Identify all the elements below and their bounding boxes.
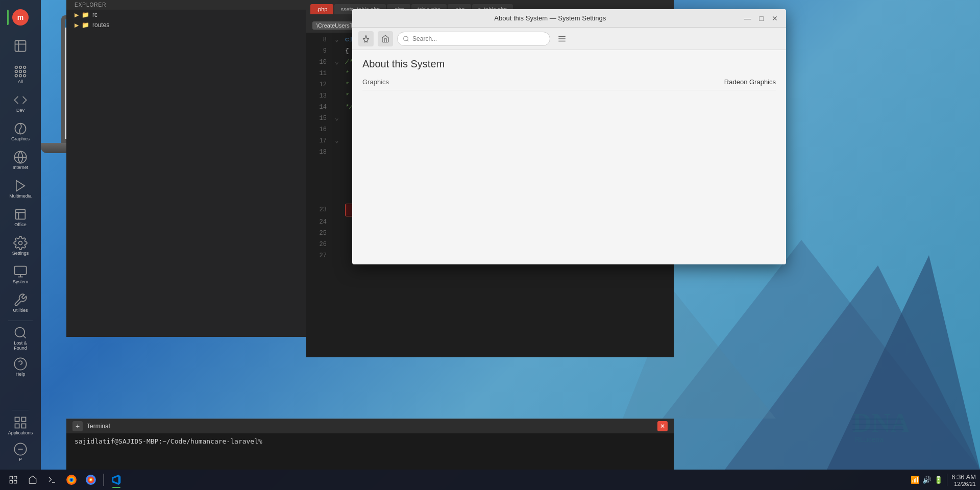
svg-rect-49: [10, 476, 12, 479]
gpu-value: Radeon Graphics: [724, 78, 776, 86]
taskbar-clock[interactable]: 6:36 AM 12/26/21: [951, 473, 976, 487]
svg-rect-52: [14, 481, 17, 483]
sidebar-item-utilities[interactable]: Utilities: [7, 290, 34, 316]
search-icon: [403, 35, 409, 42]
dna-logo: DNA RLucena: [847, 401, 909, 449]
svg-point-28: [14, 358, 26, 370]
battery-icon[interactable]: 🔋: [934, 476, 943, 484]
svg-rect-23: [14, 266, 26, 275]
svg-rect-19: [16, 210, 26, 219]
settings-heading: About this System: [352, 50, 786, 74]
taskbar-grid-button[interactable]: [4, 471, 22, 489]
file-item-routes2[interactable]: ▶ 📁 routes: [66, 20, 311, 30]
svg-point-22: [19, 241, 22, 245]
settings-hardware-section: Graphics Radeon Graphics: [362, 74, 776, 90]
network-icon[interactable]: 📶: [911, 476, 919, 484]
settings-window-title: About this System — System Settings: [358, 14, 742, 22]
sidebar-item-applications[interactable]: Applications: [7, 412, 34, 439]
dna-svg: DNA RLucena: [847, 401, 909, 447]
taskbar-divider: [103, 474, 104, 486]
taskbar-time-display: 6:36 AM: [951, 473, 976, 481]
sidebar-item-graphics[interactable]: Graphics: [7, 118, 34, 145]
sidebar: m All Dev Graphics Int: [0, 0, 41, 470]
svg-text:DNA: DNA: [852, 408, 909, 437]
taskbar-browser2-button[interactable]: [82, 471, 100, 489]
tray-divider: [947, 474, 947, 486]
settings-home-button[interactable]: [378, 31, 393, 46]
sidebar-settings-label: Settings: [12, 251, 29, 256]
sidebar-item-dev[interactable]: Dev: [7, 90, 34, 116]
taskbar-firefox-button[interactable]: [62, 471, 81, 489]
terminal-header: + Terminal ✕: [66, 419, 674, 433]
taskbar-files-button[interactable]: [23, 471, 42, 489]
file-explorer-title: Explorer: [66, 0, 311, 10]
sidebar-item-multimedia[interactable]: Multimedia: [7, 176, 34, 202]
sidebar-item-lost-found[interactable]: Lost & Found: [7, 325, 34, 352]
svg-point-13: [15, 75, 18, 77]
svg-rect-31: [21, 418, 26, 422]
window-restore-button[interactable]: □: [757, 13, 766, 23]
settings-search-input[interactable]: [412, 35, 545, 42]
sidebar-lost-found-label: Lost & Found: [7, 341, 34, 351]
settings-toolbar: [352, 28, 786, 50]
sidebar-item-help[interactable]: Help: [7, 354, 34, 380]
sidebar-item-pamac[interactable]: P: [7, 439, 34, 465]
file-item-routes-label: rc: [92, 11, 97, 18]
system-tray: 📶 🔊 🔋: [911, 476, 943, 484]
sidebar-all-label: All: [18, 80, 23, 85]
svg-point-26: [15, 328, 25, 337]
taskbar-right-area: 📶 🔊 🔋 6:36 AM 12/26/21: [911, 473, 976, 487]
pin-button[interactable]: [358, 31, 374, 46]
sidebar-item-internet[interactable]: Internet: [7, 147, 34, 174]
sidebar-applications-label: Applications: [8, 431, 33, 436]
gpu-label: Graphics: [362, 78, 724, 86]
settings-menu-button[interactable]: [554, 31, 570, 46]
sidebar-office-label: Office: [14, 223, 26, 228]
terminal-prompt: sajidlatif@SAJIDS-MBP:~/Code/humancare-l…: [75, 437, 262, 445]
sidebar-internet-label: Internet: [13, 165, 29, 170]
svg-point-57: [70, 479, 72, 481]
settings-content: Graphics Radeon Graphics: [352, 74, 786, 264]
svg-point-11: [19, 70, 22, 73]
svg-point-15: [23, 75, 26, 77]
sidebar-dev-label: Dev: [16, 108, 24, 113]
svg-rect-30: [15, 418, 19, 422]
svg-point-61: [90, 479, 92, 481]
sidebar-item-files[interactable]: [7, 33, 34, 59]
terminal-title-label: Terminal: [87, 423, 110, 430]
sidebar-item-system[interactable]: System: [7, 261, 34, 288]
terminal-content: sajidlatif@SAJIDS-MBP:~/Code/humancare-l…: [66, 433, 674, 449]
sidebar-item-messages[interactable]: m: [7, 4, 34, 31]
svg-point-8: [19, 66, 22, 69]
terminal-panel: + Terminal ✕ sajidlatif@SAJIDS-MBP:~/Cod…: [66, 419, 674, 470]
taskbar-code-button[interactable]: [107, 471, 126, 489]
sidebar-pamac-label: P: [19, 457, 22, 462]
file-item-routes-folder[interactable]: ▶ 📁 rc: [66, 10, 311, 20]
taskbar-date-display: 12/26/21: [951, 481, 976, 487]
file-item-routes2-label: routes: [92, 21, 109, 29]
terminal-close-button[interactable]: ✕: [657, 421, 668, 431]
terminal-add-button[interactable]: +: [72, 421, 83, 431]
sidebar-system-label: System: [13, 280, 28, 285]
svg-point-10: [15, 70, 18, 73]
sidebar-item-office[interactable]: Office: [7, 204, 34, 231]
window-close-button[interactable]: ✕: [770, 13, 780, 23]
sidebar-help-label: Help: [16, 372, 26, 377]
taskbar-terminal-button[interactable]: [43, 471, 61, 489]
sidebar-divider: [8, 321, 33, 321]
sidebar-item-all[interactable]: All: [7, 61, 34, 88]
svg-point-39: [404, 36, 408, 41]
sidebar-graphics-label: Graphics: [11, 137, 30, 142]
svg-text:RLucena: RLucena: [855, 435, 884, 444]
sidebar-multimedia-label: Multimedia: [9, 194, 32, 199]
svg-rect-50: [14, 476, 17, 479]
settings-search-box[interactable]: [397, 32, 550, 46]
sidebar-item-settings[interactable]: Settings: [7, 233, 34, 259]
svg-point-9: [23, 66, 26, 69]
window-minimize-button[interactable]: —: [742, 13, 753, 23]
system-settings-window: About this System — System Settings — □ …: [352, 9, 786, 264]
volume-icon[interactable]: 🔊: [922, 476, 931, 484]
svg-point-14: [19, 75, 22, 77]
tab-php-1[interactable]: .php: [310, 4, 333, 14]
svg-marker-18: [16, 181, 24, 191]
